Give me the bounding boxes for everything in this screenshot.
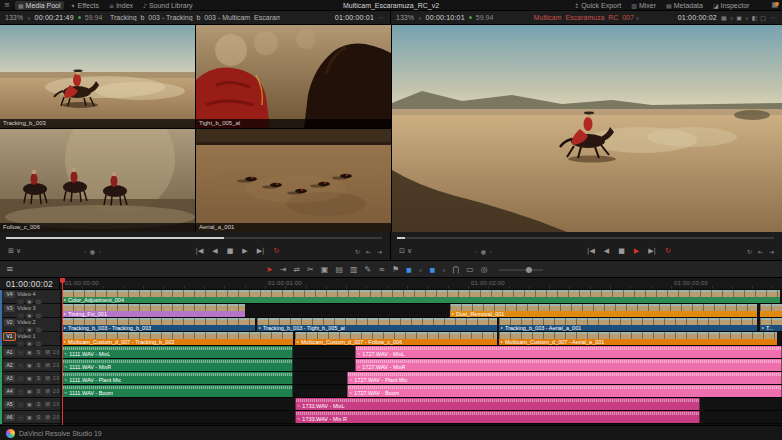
timeline-clip[interactable]: ▸Multicam_Custom_d_007 - Aerial_a_001 [499,332,777,345]
play-reverse-button[interactable]: ◀ [604,245,609,257]
insert-clip-icon[interactable]: ▣ [321,262,329,277]
last-frame-button[interactable]: ▶| [648,245,656,257]
track-lock-icon[interactable]: – [17,389,24,395]
timeline-viewer-canvas[interactable] [392,25,782,232]
replace-clip-icon[interactable]: ▥ [350,262,358,277]
track-header-v3[interactable]: V3Video 3–▣▢ [0,304,60,318]
timeline-clip[interactable]: ▸Timing_Fix_001 [62,304,245,317]
track-lock-icon[interactable]: – [17,350,24,356]
timeline-clip[interactable] [760,304,782,317]
transform-dropdown[interactable]: ⊡ ∨ [399,247,457,255]
mute-button[interactable]: M [44,389,51,395]
timeline-clip[interactable]: ∿1733.WAV - Mix R [295,411,700,423]
goto-in-icon[interactable]: ⇤ [758,248,763,255]
track-lock-icon[interactable]: – [17,376,24,382]
top-button-sound-library[interactable]: ♪Sound Library [140,1,195,10]
loop-button[interactable]: ↻ [273,245,279,257]
flag-icon[interactable]: ⚑ [392,262,399,277]
timeline-zoom-dropdown[interactable]: 133% [396,14,414,21]
solo-button[interactable]: S [35,376,42,382]
solo-button[interactable]: S [35,363,42,369]
timeline-name-dropdown[interactable]: Multicam_Escaramuza_RC_007 ∨ [501,14,672,21]
source-zoom-dropdown[interactable]: 133% [5,14,23,21]
timeline-clip[interactable]: ∿1111.WAV - Plant Mic [62,372,293,384]
stop-button[interactable]: ■ [618,245,625,257]
track-header-a3[interactable]: A3–▣SM2.0 [0,372,60,385]
jog-wheel[interactable]: ‹ ● › [66,248,120,255]
loop-playback-icon[interactable]: ↻ [747,248,752,255]
still-store-dropdown[interactable]: ▣ [736,14,742,21]
top-button-media-pool[interactable]: ▦Media Pool [15,1,64,10]
mute-button[interactable]: M [44,402,51,408]
selection-tool-icon[interactable]: ➤ [266,262,273,277]
mute-button[interactable]: M [44,415,51,421]
play-button[interactable]: ▶ [242,245,247,257]
timeline-clip[interactable]: ∿1727.WAV - MixL [355,346,782,358]
track-header-a5[interactable]: A5–▣SM2.0 [0,398,60,411]
pen-tool-icon[interactable]: ✎ [365,262,372,277]
top-button-mixer[interactable]: ▥Mixer [628,1,659,10]
last-frame-button[interactable]: ▶| [257,245,265,257]
timeline-clip[interactable]: ▸Tracking_b_003 - Tight_b_005_al [257,318,497,331]
goto-out-icon[interactable]: ⇥ [769,248,774,255]
first-frame-button[interactable]: |◀ [196,245,204,257]
link-clips-icon[interactable]: ∞ [378,262,385,277]
multicam-angle-follow[interactable]: Follow_c_006 [0,129,195,232]
mute-button[interactable]: M [44,363,51,369]
track-auto-select-icon[interactable]: ▣ [26,402,33,408]
timeline-tracks-area[interactable]: 01:00:00:0001:00:01:0001:00:02:0001:00:0… [60,278,782,425]
goto-in-icon[interactable]: ⇤ [366,248,371,255]
timeline-clip[interactable]: ∿1733.WAV - MixL [295,398,700,410]
track-header-a6[interactable]: A6–▣SM2.0 [0,411,60,424]
track-lock-icon[interactable]: – [17,363,24,369]
timeline-clip[interactable]: ▸Tracking_b_003 - Tracking_b_003 [62,318,255,331]
top-button-index[interactable]: ≡Index [106,1,136,10]
top-button-inspector[interactable]: ◪Inspector [710,1,752,10]
timeline-master-timecode[interactable]: 01:00:00:02 [0,278,59,290]
fullscreen-icon[interactable]: ▢ [760,14,766,21]
multicam-angle-aerial[interactable]: Aerial_a_001 [196,129,391,232]
top-button-metadata[interactable]: ▤Metadata [663,1,706,10]
stop-button[interactable]: ■ [227,245,234,257]
track-header-v1[interactable]: V1Video 1–▣▢ [0,332,60,346]
scopes-icon[interactable]: ◧ [752,14,758,21]
jog-wheel[interactable]: ‹ ● › [457,248,511,255]
top-button-effects[interactable]: ✦Effects [68,1,102,10]
timeline-clip[interactable]: ▸Multicam_Custom_d_007 - Follow_c_006 [295,332,497,345]
mute-button[interactable]: M [44,376,51,382]
timeline-clip[interactable]: ∿1727.WAV - Plant Mic [347,372,782,384]
solo-button[interactable]: S [35,389,42,395]
overwrite-clip-icon[interactable]: ▤ [335,262,343,277]
loop-button[interactable]: ↻ [665,245,671,257]
source-more-options-icon[interactable]: ⋯ [378,14,385,22]
track-auto-select-icon[interactable]: ▣ [26,389,33,395]
zoom-slider-handle[interactable] [526,267,532,273]
goto-out-icon[interactable]: ⇥ [377,248,382,255]
track-header-v4[interactable]: V4Video 4–▣▢ [0,290,60,304]
hamburger-menu-icon[interactable]: ≡ [4,1,10,9]
timeline-clip[interactable]: ▸Color_Adjustment_004 [62,290,780,303]
timeline-clip[interactable]: ∿1727.WAV - MixR [355,359,782,371]
track-auto-select-icon[interactable]: ▣ [26,350,33,356]
dynamic-trim-icon[interactable]: ⇌ [293,262,300,277]
track-lock-icon[interactable]: – [17,415,24,421]
zoom-fit-icon[interactable]: ▭ [466,262,474,277]
timeline-clip[interactable]: ∿1111.WAV - MixR [62,359,293,371]
zoom-detail-icon[interactable]: ◎ [481,262,488,277]
timeline-more-options-icon[interactable]: ⋯ [770,14,777,22]
track-auto-select-icon[interactable]: ▣ [26,363,33,369]
timeline-clip[interactable]: ▸Tracking_b_003 - Aerial_a_001 [499,318,757,331]
wipe-mode-dropdown[interactable]: ▦ [721,14,727,21]
track-lock-icon[interactable]: – [17,402,24,408]
timeline-view-options-icon[interactable]: ≡ [6,263,14,276]
multicam-angle-tight[interactable]: Tight_b_005_al [196,25,391,128]
track-header-a1[interactable]: A1–▣SM2.0 [0,346,60,359]
track-header-a4[interactable]: A4–▣SM2.0 [0,385,60,398]
source-clip-path-dropdown[interactable]: Tracking_b_003 - Tracking_b_003 - Multic… [110,14,280,21]
play-button[interactable]: ▶ [634,245,639,257]
snapping-icon[interactable]: ⋂ [453,262,460,277]
playhead[interactable] [62,278,63,425]
marker-color-dropdown[interactable]: ■ [406,262,412,277]
timeline-zoom-slider[interactable] [499,269,543,271]
timeline-clip[interactable]: ▸Multicam_Custom_d_007 - Tracking_b_003 [62,332,293,345]
